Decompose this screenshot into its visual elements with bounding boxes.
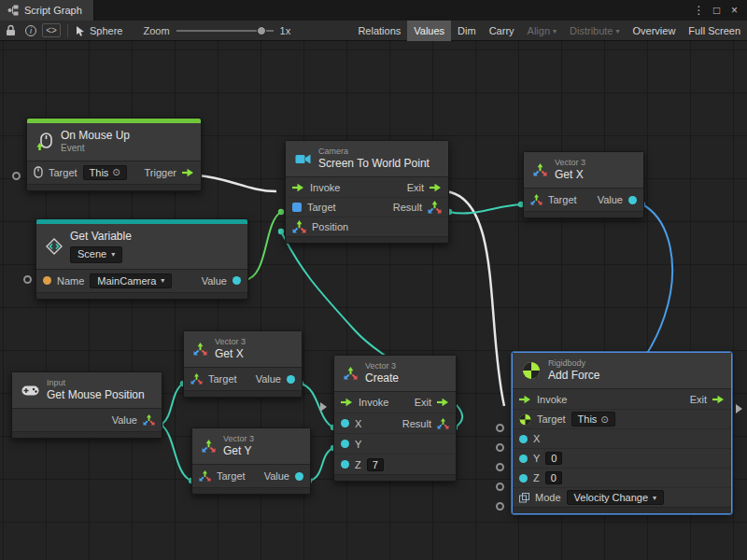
port-create-invoke-in[interactable]: [320, 402, 327, 412]
port-x[interactable]: [519, 435, 528, 443]
distribute-button[interactable]: Distribute ▾: [563, 21, 626, 41]
node-create-vector3[interactable]: Vector 3 Create Invoke Exit X Result: [333, 355, 457, 482]
port-value[interactable]: [295, 472, 303, 481]
scope-value: Scene: [78, 248, 106, 261]
flow-out-icon[interactable]: [430, 183, 442, 192]
port-addforce-x-in[interactable]: [496, 443, 504, 452]
window-close-button[interactable]: ×: [726, 0, 742, 21]
node-header[interactable]: Vector 3 Create: [334, 356, 456, 391]
node-screen-to-world-point[interactable]: Camera Screen To World Point Invoke Exit…: [285, 140, 449, 244]
dim-button[interactable]: Dim: [451, 21, 483, 41]
port-getvariable-input[interactable]: [23, 275, 32, 284]
info-button[interactable]: i: [21, 21, 41, 41]
mode-icon[interactable]: [519, 493, 529, 503]
align-label: Align: [528, 25, 550, 36]
flow-in-icon[interactable]: [341, 398, 353, 407]
node-get-y[interactable]: Vector 3 Get Y Target Value: [191, 427, 311, 495]
full-screen-button[interactable]: Full Screen: [682, 21, 747, 41]
node-header[interactable]: On Mouse Up Event: [27, 123, 201, 161]
port-addforce-mode-in[interactable]: [496, 502, 504, 511]
node-on-mouse-up[interactable]: On Mouse Up Event Target This ⊙ Trigger: [26, 118, 202, 191]
port-y[interactable]: [519, 455, 528, 463]
code-view-button[interactable]: <>: [41, 21, 62, 41]
vector3-icon[interactable]: [437, 418, 449, 429]
toolbar-buttons: Relations Values Dim Carry Align ▾ Distr…: [351, 21, 747, 41]
node-get-variable[interactable]: Get Variable Scene ▾ Name MainCamera ▾ V…: [35, 218, 248, 300]
x-label: X: [355, 418, 361, 429]
tab-script-graph[interactable]: Script Graph: [0, 0, 94, 21]
node-header[interactable]: Vector 3 Get Y: [192, 428, 310, 464]
port-addforce-y-in[interactable]: [496, 463, 504, 471]
flow-out-icon[interactable]: [437, 398, 449, 407]
port-z[interactable]: [519, 474, 528, 483]
port-z[interactable]: [341, 460, 349, 469]
overview-button[interactable]: Overview: [627, 21, 683, 41]
node-get-x-mid[interactable]: Vector 3 Get X Target Value: [183, 330, 303, 398]
vector3-icon[interactable]: [530, 194, 543, 205]
window-tab-bar: Script Graph ⋮ □ ×: [0, 0, 747, 21]
vector3-icon[interactable]: [190, 373, 203, 385]
node-get-x-top[interactable]: Vector 3 Get X Target Value: [523, 151, 644, 218]
node-header[interactable]: Vector 3 Get X: [184, 331, 302, 367]
port-addforce-z-in[interactable]: [496, 483, 504, 491]
port-value[interactable]: [287, 375, 295, 384]
node-title: Get X: [215, 347, 246, 361]
mode-dropdown[interactable]: Velocity Change ▾: [567, 490, 665, 505]
port-value[interactable]: [628, 196, 637, 204]
zoom-slider-handle[interactable]: [257, 26, 266, 35]
zoom-control: Zoom 1x: [143, 25, 290, 36]
vector3-icon[interactable]: [428, 201, 442, 214]
flow-in-icon[interactable]: [519, 395, 531, 404]
relations-button[interactable]: Relations: [351, 21, 407, 41]
this-chip[interactable]: This ⊙: [571, 412, 615, 427]
align-button[interactable]: Align ▾: [521, 21, 563, 41]
node-footer: [334, 474, 456, 481]
port-value[interactable]: [233, 276, 241, 285]
chevron-down-icon: ▾: [653, 494, 656, 502]
node-add-force[interactable]: Rigidbody Add Force Invoke Exit Target T…: [512, 352, 732, 514]
port-y[interactable]: [341, 440, 349, 448]
vector3-icon[interactable]: [292, 220, 306, 233]
row-z: Z 0: [513, 468, 731, 487]
lock-button[interactable]: [0, 21, 21, 41]
node-get-mouse-position[interactable]: Input Get Mouse Position Value: [11, 371, 162, 439]
node-header[interactable]: Get Variable Scene ▾: [36, 224, 247, 269]
vector3-icon: [193, 343, 207, 356]
window-menu-button[interactable]: ⋮: [691, 0, 707, 21]
zoom-slider[interactable]: [176, 30, 274, 32]
port-name[interactable]: [43, 276, 51, 285]
rigidbody-port-icon[interactable]: [519, 413, 531, 426]
vector3-icon[interactable]: [199, 470, 211, 482]
scope-dropdown[interactable]: Scene ▾: [70, 246, 122, 263]
z-value-field[interactable]: 0: [545, 471, 562, 484]
port-mouseup-input[interactable]: [12, 172, 21, 180]
target-label: Target: [208, 373, 237, 385]
this-chip[interactable]: This ⊙: [83, 165, 127, 180]
port-addforce-exit-out[interactable]: [736, 404, 742, 413]
flow-port-icon[interactable]: [182, 168, 194, 177]
node-header[interactable]: Vector 3 Get X: [524, 152, 643, 188]
object-port-icon[interactable]: [292, 203, 302, 212]
node-footer: [524, 211, 643, 217]
selected-object[interactable]: Sphere: [74, 25, 130, 36]
port-x[interactable]: [341, 419, 349, 427]
value-label: Value: [598, 194, 623, 205]
port-addforce-target-in[interactable]: [496, 424, 504, 432]
z-value-field[interactable]: 7: [367, 458, 384, 471]
flow-out-icon[interactable]: [712, 395, 725, 404]
flow-in-icon[interactable]: [292, 183, 304, 192]
node-header[interactable]: Rigidbody Add Force: [513, 353, 731, 388]
carry-button[interactable]: Carry: [483, 21, 521, 41]
window-maximize-button[interactable]: □: [709, 0, 725, 21]
variable-name-dropdown[interactable]: MainCamera ▾: [90, 273, 172, 288]
y-label: Y: [355, 439, 361, 450]
values-button[interactable]: Values: [407, 21, 451, 41]
vector3-icon[interactable]: [143, 414, 155, 426]
y-value-field[interactable]: 0: [545, 452, 562, 465]
row-x-result: X Result: [334, 413, 456, 433]
toolbar-separator: [67, 24, 68, 37]
code-icon: <>: [42, 23, 61, 37]
node-header[interactable]: Camera Screen To World Point: [286, 141, 448, 176]
target-label: Target: [537, 413, 566, 425]
node-header[interactable]: Input Get Mouse Position: [12, 372, 162, 408]
